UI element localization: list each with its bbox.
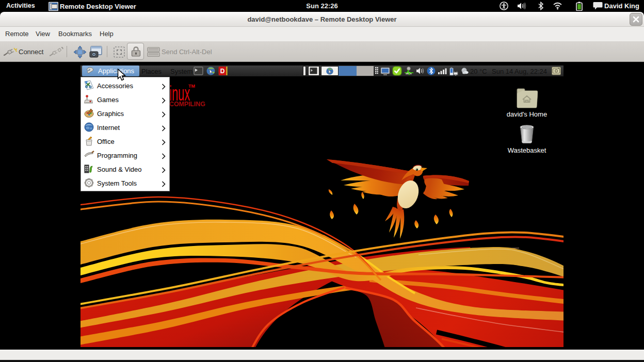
svg-text:D: D xyxy=(220,68,225,75)
